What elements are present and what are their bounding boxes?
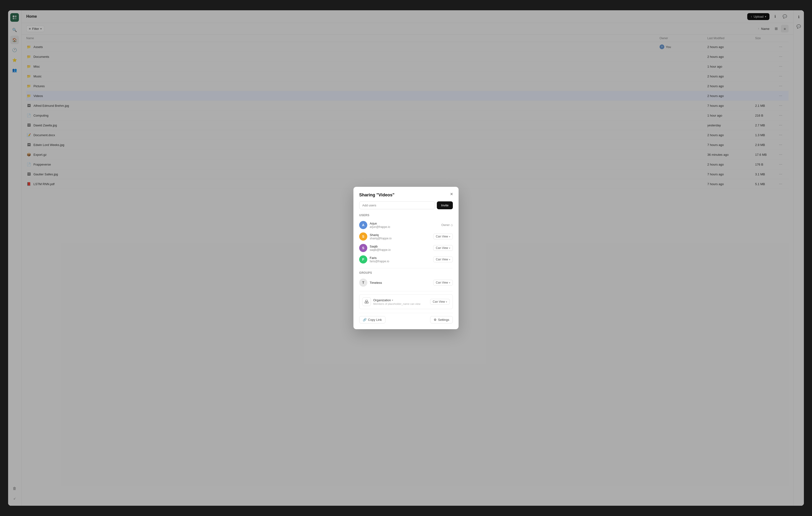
permission-dropdown[interactable]: Can View ▾ [433, 256, 453, 262]
gear-icon: ⚙ [434, 318, 437, 322]
user-row: S Shariq shariq@frappe.io Can View ▾ [359, 231, 453, 242]
chevron-down-icon: ▾ [449, 247, 450, 249]
invite-row: Invite [359, 202, 453, 209]
invite-button[interactable]: Invite [437, 202, 453, 209]
org-icon [362, 297, 371, 306]
user-email: arjun@frappe.io [370, 225, 439, 229]
chevron-down-icon: ▾ [449, 281, 450, 284]
permission-dropdown[interactable]: Can View ▾ [433, 234, 453, 239]
group-avatar: T [359, 278, 367, 287]
user-row: A Arjun arjun@frappe.io Owner ◇ [359, 219, 453, 231]
user-email: saqib@frappe.io [370, 248, 431, 251]
screen: 🔍 🏠 🕐 ⭐ 👥 🗑 ↙ Home ↑ Upload ▾ ℹ 💬 [8, 10, 804, 506]
modal-close-button[interactable]: ✕ [448, 191, 455, 197]
settings-button[interactable]: ⚙ Settings [430, 316, 453, 324]
avatar: S [359, 244, 367, 252]
modal-title: Sharing "Videos" [359, 192, 453, 198]
avatar: S [359, 233, 367, 241]
owner-badge: Owner ◇ [441, 223, 453, 227]
chevron-down-icon: ▾ [392, 299, 393, 302]
users-section-label: Users [359, 214, 453, 217]
user-email: shariq@frappe.io [370, 237, 431, 240]
chevron-down-icon: ▾ [446, 301, 447, 303]
divider [359, 268, 453, 268]
divider [359, 291, 453, 292]
avatar: A [359, 221, 367, 229]
group-name: Timeless [370, 281, 431, 284]
group-row: T Timeless Can View ▾ [359, 277, 453, 289]
modal-overlay[interactable]: Sharing "Videos" ✕ Invite Users A Arjun … [8, 10, 804, 506]
permission-dropdown[interactable]: Can View ▾ [433, 280, 453, 285]
svg-rect-6 [366, 300, 368, 302]
org-name: Organization ▾ [373, 298, 428, 302]
sharing-modal: Sharing "Videos" ✕ Invite Users A Arjun … [353, 187, 459, 329]
close-icon: ✕ [450, 192, 453, 196]
avatar: F [359, 255, 367, 264]
chevron-down-icon: ▾ [449, 235, 450, 238]
copy-link-button[interactable]: 🔗 Copy Link [359, 316, 385, 324]
add-users-input[interactable] [359, 202, 435, 209]
user-row: F Faris faris@frappe.io Can View ▾ [359, 254, 453, 265]
user-row: S Saqib saqib@frappe.io Can View ▾ [359, 242, 453, 254]
org-section: Organization ▾ Members of placeholder_na… [359, 294, 453, 309]
org-permission-dropdown[interactable]: Can View ▾ [430, 299, 450, 305]
diamond-icon: ◇ [451, 223, 453, 227]
org-sub-text: Members of placeholder_name can view [373, 302, 428, 305]
link-icon: 🔗 [363, 318, 367, 322]
user-name: Faris [370, 256, 431, 260]
chevron-down-icon: ▾ [449, 258, 450, 261]
permission-dropdown[interactable]: Can View ▾ [433, 245, 453, 251]
user-email: faris@frappe.io [370, 260, 431, 263]
modal-footer: 🔗 Copy Link ⚙ Settings [359, 313, 453, 324]
user-name: Arjun [370, 222, 439, 225]
groups-section-label: Groups [359, 271, 453, 274]
user-name: Shariq [370, 233, 431, 237]
user-name: Saqib [370, 245, 431, 248]
